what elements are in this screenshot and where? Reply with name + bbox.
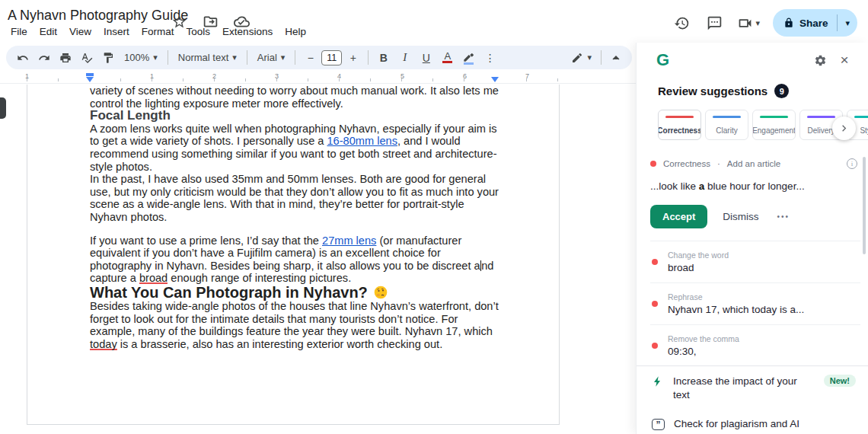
menu-tools[interactable]: Tools: [180, 24, 217, 39]
app-root: A Nyhavn Photography Guide File Edit Vie…: [0, 0, 868, 434]
editing-mode-select[interactable]: ▾: [566, 48, 597, 67]
suggestion-row-comma[interactable]: Remove the comma 09:30,: [650, 324, 860, 366]
tab-correctness[interactable]: Correctness: [658, 110, 701, 140]
font-value: Arial: [257, 52, 277, 63]
lightning-bolt-icon: [652, 375, 664, 388]
menu-view[interactable]: View: [63, 24, 97, 39]
menu-edit[interactable]: Edit: [34, 24, 63, 39]
comments-icon[interactable]: [704, 13, 724, 33]
menu-help[interactable]: Help: [279, 24, 312, 39]
active-suggestion-card: Correctness · Add an article i ...look l…: [650, 158, 857, 228]
panel-footer: Increase the impact of your text New! ” …: [637, 365, 868, 434]
version-history-icon[interactable]: [672, 13, 691, 33]
spellcheck-icon: [81, 52, 93, 64]
chevron-down-icon: ▾: [232, 53, 237, 62]
settings-gear-icon[interactable]: [812, 52, 828, 69]
paragraph[interactable]: variety of scenes without needing to wor…: [90, 85, 499, 110]
premium-upsell-row[interactable]: Increase the impact of your text New!: [637, 366, 868, 409]
increase-font-size-button[interactable]: +: [343, 48, 363, 67]
docs-header: A Nyhavn Photography Guide File Edit Vie…: [0, 0, 868, 43]
style-value: Normal text: [178, 52, 228, 63]
menu-insert[interactable]: Insert: [97, 24, 136, 39]
zoom-select[interactable]: 100% ▾: [119, 48, 163, 67]
paint-format-button[interactable]: [97, 48, 118, 67]
flagged-word-today[interactable]: today: [90, 338, 117, 350]
chevron-down-icon: ▾: [755, 18, 760, 28]
more-options-button[interactable]: ⋮: [480, 48, 500, 67]
accept-button[interactable]: Accept: [650, 205, 707, 228]
more-options-icon[interactable]: •••: [777, 212, 790, 221]
collapse-toolbar-button[interactable]: [605, 48, 626, 67]
flagged-word-broad[interactable]: broad: [139, 272, 168, 284]
undo-button[interactable]: [12, 48, 33, 67]
menu-extensions[interactable]: Extensions: [216, 24, 279, 39]
decrease-font-size-button[interactable]: −: [300, 48, 321, 67]
paragraph[interactable]: A zoom lens works quite well when photog…: [90, 123, 499, 173]
correctness-dot-icon: [652, 259, 658, 265]
dismiss-button[interactable]: Dismiss: [723, 211, 758, 222]
chevron-down-icon: ▾: [281, 53, 286, 62]
spellcheck-button[interactable]: [76, 48, 97, 67]
join-call-button[interactable]: ▾: [737, 15, 760, 31]
toolbar-divider: [247, 50, 247, 65]
paragraph-style-select[interactable]: Normal text ▾: [173, 48, 242, 67]
formatting-toolbar: 100% ▾ Normal text ▾ Arial ▾ − 11 + B I …: [6, 46, 632, 69]
print-button[interactable]: [55, 48, 75, 67]
panel-scrollbar-thumb[interactable]: [863, 157, 866, 254]
tab-clarity[interactable]: Clarity: [705, 110, 748, 140]
font-size-input[interactable]: 11: [321, 50, 342, 65]
info-icon[interactable]: i: [847, 158, 857, 169]
tab-engagement[interactable]: Engagement: [752, 110, 796, 140]
suggestion-action: Add an article: [727, 159, 780, 168]
right-indent-marker[interactable]: [491, 77, 499, 82]
link-16-80mm[interactable]: 16-80mm lens: [327, 135, 397, 147]
grammarly-logo-icon: G: [656, 52, 669, 69]
menu-format[interactable]: Format: [136, 24, 180, 39]
suggestion-list: Change the word broad Rephrase Nyhavn 17…: [650, 241, 860, 366]
close-panel-icon[interactable]: ×: [836, 52, 853, 69]
paragraph[interactable]: Besides taking wide-angle photos of the …: [90, 300, 499, 350]
first-line-indent-marker[interactable]: [86, 73, 94, 76]
engagement-color-bar: [760, 116, 788, 118]
ruler-number: 5: [400, 72, 404, 80]
font-select[interactable]: Arial ▾: [252, 48, 291, 67]
suggestion-category: Correctness: [663, 159, 710, 168]
heading-what-photograph[interactable]: What You Can Photograph in Nyhavn?: [90, 285, 499, 300]
document-text[interactable]: variety of scenes without needing to wor…: [90, 85, 499, 350]
document-title[interactable]: A Nyhavn Photography Guide: [8, 8, 188, 24]
text-color-button[interactable]: A: [437, 48, 458, 67]
tabs-scroll-right-button[interactable]: [832, 116, 856, 140]
underline-button[interactable]: U: [416, 48, 436, 67]
heading-focal-length[interactable]: Focal Length: [90, 110, 499, 123]
bold-button[interactable]: B: [373, 48, 394, 67]
share-button[interactable]: Share: [773, 18, 838, 29]
correctness-dot-icon: [652, 343, 658, 349]
highlight-color-button[interactable]: [458, 48, 479, 67]
toolbar-divider: [295, 50, 295, 65]
paragraph[interactable]: If you want to use a prime lens, I’d say…: [90, 235, 499, 285]
redo-icon: [38, 52, 50, 64]
new-badge: New!: [824, 375, 856, 387]
correctness-dot-icon: [650, 161, 656, 167]
share-dropdown-button[interactable]: ▾: [838, 18, 857, 28]
paragraph[interactable]: In the past, I have also used 35mm and 5…: [90, 173, 499, 223]
paint-roller-icon: [102, 52, 114, 64]
menu-file[interactable]: File: [5, 24, 34, 39]
chevron-up-icon: [610, 52, 622, 64]
plagiarism-check-row[interactable]: ” Check for plagiarism and AI text: [637, 409, 868, 434]
redo-button[interactable]: [34, 48, 54, 67]
suggestion-row-broad[interactable]: Change the word broad: [650, 241, 860, 282]
ruler-number: 6: [463, 72, 467, 80]
pen-icon: [571, 52, 583, 64]
ruler-number: 7: [525, 72, 529, 80]
link-27mm[interactable]: 27mm lens: [322, 235, 376, 247]
share-button-group: Share ▾: [773, 9, 857, 37]
toolbar-divider: [601, 50, 602, 65]
chevron-down-icon: ▾: [153, 53, 158, 62]
show-outline-tab[interactable]: [0, 97, 6, 119]
left-indent-marker[interactable]: [86, 77, 94, 82]
suggestion-excerpt: ...look like a blue hour for longer...: [650, 180, 857, 192]
suggestion-row-rephrase[interactable]: Rephrase Nyhavn 17, which today is a...: [650, 282, 860, 324]
italic-button[interactable]: I: [394, 48, 415, 67]
horizontal-ruler: 1 1 2 3 4 5 6 7: [0, 71, 636, 84]
